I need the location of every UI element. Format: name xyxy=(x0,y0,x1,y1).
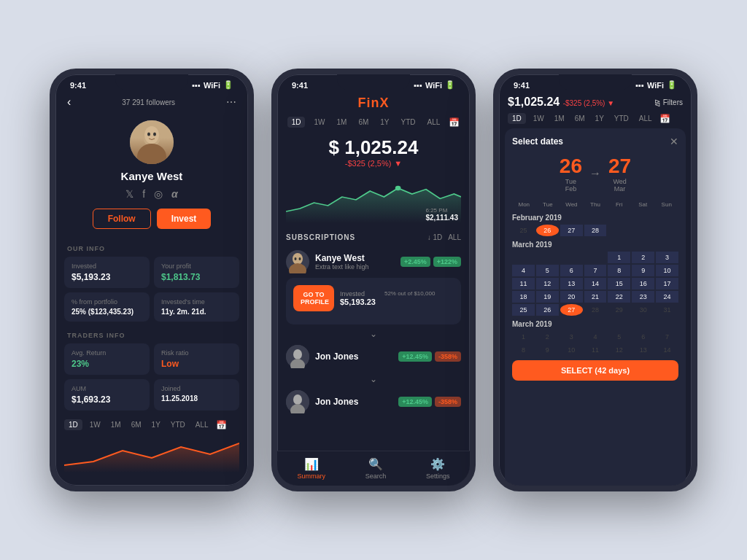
cal-cell[interactable]: 21 xyxy=(584,291,607,303)
cal-cell[interactable]: 27 xyxy=(560,304,583,316)
cal-cell[interactable]: 29 xyxy=(608,304,630,316)
p3-filter-1m[interactable]: 1M xyxy=(551,113,568,124)
cal-cell[interactable]: 12 xyxy=(608,344,630,356)
filter-1y[interactable]: 1Y xyxy=(149,419,163,430)
p3-filter-all[interactable]: ALL xyxy=(636,113,655,124)
cal-cell[interactable]: 4 xyxy=(584,331,607,343)
cal-cell[interactable]: 25 xyxy=(512,225,535,236)
nav-summary[interactable]: 📊 Summary xyxy=(297,457,325,480)
p3-filter-1y[interactable]: 1Y xyxy=(592,113,607,124)
go-profile-button[interactable]: GO TO PROFILE xyxy=(293,285,334,311)
cal-cell[interactable]: 10 xyxy=(656,265,678,276)
filters-button[interactable]: ⧎ Filters xyxy=(654,98,683,106)
p2-filter-1d[interactable]: 1D xyxy=(287,117,306,128)
close-icon[interactable]: ✕ xyxy=(670,136,678,147)
cal-cell[interactable]: 8 xyxy=(608,265,630,276)
cal-cell[interactable]: 11 xyxy=(512,278,535,289)
cal-cell[interactable]: 12 xyxy=(536,278,559,289)
traders-info-grid: Avg. Return 23% Risk ratio Low AUM $1,69… xyxy=(55,343,248,411)
filter-1m[interactable]: 1M xyxy=(108,419,124,430)
nav-settings[interactable]: ⚙️ Settings xyxy=(426,457,450,480)
follow-button[interactable]: Follow xyxy=(93,209,151,229)
p2-filter-all[interactable]: ALL xyxy=(425,117,444,128)
cal-cell[interactable]: 19 xyxy=(536,291,559,303)
sub-filter-all[interactable]: ALL xyxy=(448,233,461,241)
cal-cell[interactable]: 3 xyxy=(560,331,583,343)
p2-filter-6m[interactable]: 6M xyxy=(355,117,371,128)
settings-label: Settings xyxy=(426,472,450,480)
cal-cell[interactable]: 14 xyxy=(584,278,607,289)
cal-cell[interactable]: 1 xyxy=(608,252,630,263)
cal-cell[interactable]: 16 xyxy=(632,278,654,289)
cal-cell[interactable]: 30 xyxy=(632,304,654,316)
facebook-icon[interactable]: f xyxy=(142,188,145,200)
cal-cell[interactable]: 26 xyxy=(536,225,559,236)
cal-cell[interactable]: 18 xyxy=(512,291,535,303)
cal-cell[interactable]: 13 xyxy=(560,278,583,289)
select-button[interactable]: SELECT (42 days) xyxy=(512,360,678,381)
p2-filter-ytd[interactable]: YTD xyxy=(398,117,419,128)
cal-cell[interactable]: 31 xyxy=(656,304,678,316)
jon1-sub-item[interactable]: Jon Jones +12.45% -358% xyxy=(277,341,470,373)
kanye-sub-item[interactable]: Kanye West Extra text like high +2.45% +… xyxy=(277,246,470,278)
cal-cell[interactable]: 9 xyxy=(632,265,654,276)
cal-cell[interactable]: 10 xyxy=(560,344,583,356)
p2-filter-1w[interactable]: 1W xyxy=(311,117,328,128)
traders-info-label: TRADERS INFO xyxy=(55,324,248,343)
cal-cell[interactable]: 26 xyxy=(536,304,559,316)
cal-cell[interactable]: 25 xyxy=(512,304,535,316)
cal-cell[interactable]: 24 xyxy=(656,291,678,303)
p3-calendar-icon[interactable]: 📅 xyxy=(659,114,670,124)
invest-button[interactable]: Invest xyxy=(157,209,212,229)
cal-cell[interactable]: 11 xyxy=(584,344,607,356)
p2-filter-1m[interactable]: 1M xyxy=(333,117,349,128)
filter-6m[interactable]: 6M xyxy=(128,419,144,430)
p3-filter-ytd[interactable]: YTD xyxy=(611,113,632,124)
chevron-down-icon[interactable]: ⌄ xyxy=(277,327,470,341)
cal-cell[interactable]: 13 xyxy=(632,344,654,356)
alpha-icon[interactable]: α xyxy=(171,188,178,200)
nav-search[interactable]: 🔍 Search xyxy=(365,457,387,480)
cal-cell[interactable]: 28 xyxy=(584,304,607,316)
jon2-sub-item[interactable]: Jon Jones +12.45% -358% xyxy=(277,386,470,418)
cal-cell[interactable]: 7 xyxy=(584,265,607,276)
cal-cell[interactable]: 23 xyxy=(632,291,654,303)
cal-cell[interactable]: 20 xyxy=(560,291,583,303)
cal-cell[interactable]: 2 xyxy=(632,252,654,263)
aum-value: $1,693.23 xyxy=(71,394,142,405)
filter-ytd[interactable]: YTD xyxy=(168,419,188,430)
cal-cell[interactable]: 27 xyxy=(560,225,583,236)
back-button[interactable]: ‹ xyxy=(67,96,71,109)
instagram-icon[interactable]: ◎ xyxy=(154,188,163,200)
p3-filter-1d[interactable]: 1D xyxy=(508,113,526,124)
cal-cell[interactable]: 8 xyxy=(512,344,535,356)
cal-cell[interactable]: 17 xyxy=(656,278,678,289)
cal-cell[interactable]: 6 xyxy=(560,265,583,276)
p2-filter-1y[interactable]: 1Y xyxy=(377,117,392,128)
filter-all[interactable]: ALL xyxy=(193,419,212,430)
chevron-down-icon2[interactable]: ⌄ xyxy=(277,373,470,386)
cal-cell[interactable]: 6 xyxy=(632,331,654,343)
cal-cell[interactable]: 5 xyxy=(608,331,630,343)
p2-calendar-icon[interactable]: 📅 xyxy=(449,117,460,128)
p3-filter-1w[interactable]: 1W xyxy=(530,113,547,124)
cal-cell[interactable]: 28 xyxy=(584,225,607,236)
cal-cell[interactable]: 1 xyxy=(512,331,535,343)
cal-cell[interactable]: 5 xyxy=(536,265,559,276)
share-icon[interactable]: ⋯ xyxy=(226,96,236,108)
twitter-icon[interactable]: 𝕏 xyxy=(125,188,133,200)
cal-cell[interactable]: 7 xyxy=(656,331,678,343)
aum-label: AUM xyxy=(71,385,142,392)
p3-filter-6m[interactable]: 6M xyxy=(572,113,588,124)
cal-cell[interactable]: 9 xyxy=(536,344,559,356)
cal-cell[interactable]: 15 xyxy=(608,278,630,289)
cal-cell[interactable]: 22 xyxy=(608,291,630,303)
cal-cell[interactable]: 2 xyxy=(536,331,559,343)
calendar-icon[interactable]: 📅 xyxy=(216,420,227,430)
cal-cell[interactable]: 14 xyxy=(656,344,678,356)
cal-cell[interactable]: 3 xyxy=(656,252,678,263)
sub-filter-1d[interactable]: ↓ 1D xyxy=(427,233,443,241)
cal-cell[interactable]: 4 xyxy=(512,265,535,276)
filter-1d[interactable]: 1D xyxy=(64,419,82,430)
filter-1w[interactable]: 1W xyxy=(87,419,104,430)
